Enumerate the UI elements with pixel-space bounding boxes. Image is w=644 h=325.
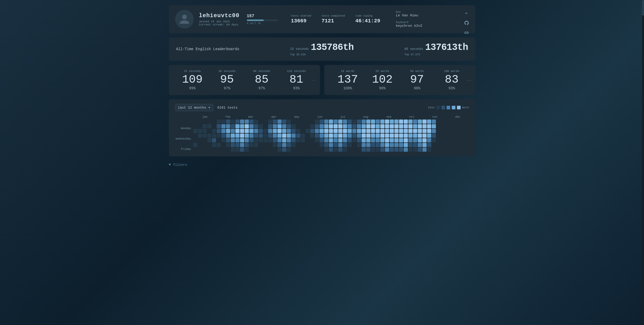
- heatmap-cell: [235, 148, 240, 152]
- lb-15s-rank: 135786th: [311, 42, 354, 53]
- heatmap-cell: [240, 134, 244, 138]
- heatmap-cell: [221, 129, 225, 133]
- heatmap-cell: [320, 143, 324, 147]
- stat-120s-wpm: 81: [289, 74, 303, 85]
- stat-100w: 100 words 83 93%: [434, 70, 469, 90]
- heatmap-cell: [217, 124, 221, 128]
- heatmap-cell: [193, 143, 197, 147]
- heatmap-cell: [245, 138, 249, 142]
- heatmap-cell: [362, 120, 366, 124]
- heatmap-cell: [268, 134, 272, 138]
- stat-50w-wpm: 97: [410, 74, 424, 85]
- heatmap-cell: [390, 129, 394, 133]
- heatmap-cell: [203, 148, 207, 152]
- time-stats-menu[interactable]: ⋮: [311, 78, 316, 82]
- heatmap-cell: [301, 143, 305, 147]
- chevron-down-icon: ▾: [208, 105, 210, 110]
- heatmap-cell: [296, 134, 300, 138]
- heatmap-cell: [231, 134, 235, 138]
- stat-10w-acc: 100%: [343, 86, 352, 90]
- heatmap-cell: [343, 148, 347, 152]
- heatmap-cell: [291, 124, 296, 128]
- heatmap-cell: [413, 134, 417, 138]
- heatmap-cell: [235, 129, 240, 133]
- tests-count: 6161 tests: [217, 106, 238, 110]
- heatmap-cell: [203, 120, 207, 124]
- word-stats-menu[interactable]: ⋮: [466, 78, 472, 82]
- stat-15s-label: 15 seconds: [184, 70, 201, 73]
- heatmap-cell: [338, 120, 342, 124]
- heatmap-cell: [315, 134, 319, 138]
- heatmap-cell: [366, 148, 370, 152]
- heatmap-cell: [348, 138, 352, 142]
- heatmap-cell: [277, 120, 282, 124]
- legend-more-label: more: [462, 106, 469, 109]
- heatmap-cell: [207, 124, 211, 128]
- time-stats-card: 15 seconds 109 99% 30 seconds 95 97% 60 …: [169, 65, 320, 95]
- heatmap-cell: [413, 124, 417, 128]
- heatmap-cell: [338, 129, 342, 133]
- stat-50w: 50 words 97 98%: [400, 70, 435, 90]
- heatmap-cell: [366, 129, 370, 133]
- heatmap-cell: [399, 143, 403, 147]
- heatmap-cell: [226, 124, 230, 128]
- edit-button[interactable]: ✏: [465, 10, 468, 16]
- heatmap-cell: [343, 129, 347, 133]
- heatmap-cell: [193, 138, 197, 142]
- heatmap-cell: [306, 129, 310, 133]
- month-label-apr: apr: [263, 115, 285, 118]
- heatmap-cell: [287, 124, 291, 128]
- heatmap-cell: [212, 120, 216, 124]
- stat-120s-acc: 93%: [293, 86, 300, 90]
- stat-100w-label: 100 words: [444, 70, 459, 73]
- legend-box-3: [447, 106, 450, 109]
- tests-started-value: 13669: [291, 18, 311, 24]
- legend-less-label: less: [428, 106, 435, 109]
- stats-row: 15 seconds 109 99% 30 seconds 95 97% 60 …: [169, 65, 475, 95]
- heatmap-cell: [301, 129, 305, 133]
- scrollbar-thumb[interactable]: [642, 0, 644, 16]
- tests-completed-block: tests completed 7121: [322, 15, 345, 24]
- heatmap-cell: [249, 134, 254, 138]
- heatmap-cell: [334, 138, 338, 142]
- period-dropdown[interactable]: last 12 months ▾: [175, 104, 213, 111]
- heatmap-cell: [320, 138, 324, 142]
- heatmap-cell: [193, 148, 197, 152]
- avatar: [175, 10, 194, 29]
- heatmap-cell: [324, 129, 328, 133]
- heatmap-cell: [366, 138, 370, 142]
- github-button[interactable]: [464, 20, 469, 25]
- heatmap-cell: [366, 124, 370, 128]
- heatmap-cell: [334, 129, 338, 133]
- heatmap-cell: [338, 124, 342, 128]
- link-button[interactable]: [464, 30, 469, 35]
- filters-bar: ▼ filters: [169, 161, 475, 169]
- heatmap-cell: [413, 120, 417, 124]
- heatmap-cell: [334, 120, 338, 124]
- heatmap-cell: [277, 143, 282, 147]
- heatmap-cell: [404, 134, 408, 138]
- heatmap-cell: [287, 120, 291, 124]
- filters-label[interactable]: filters: [173, 163, 187, 167]
- heatmap-cell: [380, 124, 384, 128]
- heatmap-cell: [362, 124, 366, 128]
- heatmap-cell: [348, 129, 352, 133]
- heatmap-cell: [362, 148, 366, 152]
- heatmap-cell: [212, 134, 216, 138]
- heatmap-cell: [357, 124, 361, 128]
- lb-60s-top: Top 37.57%: [404, 53, 420, 56]
- heatmap-cell: [408, 148, 413, 152]
- heatmap-cell: [198, 120, 202, 124]
- month-label-mar: mar: [240, 115, 262, 118]
- heatmap-cell: [310, 124, 314, 128]
- heatmap-cell: [380, 143, 384, 147]
- heatmap-cell: [221, 138, 225, 142]
- heatmap-cell: [348, 148, 352, 152]
- heatmap-cell: [320, 120, 324, 124]
- heatmap-cell: [217, 134, 221, 138]
- heatmap-cell: [273, 129, 277, 133]
- keyboard-value: keychron k2v2: [396, 24, 422, 28]
- heatmap-cell: [432, 134, 436, 138]
- heatmap-cell: [418, 143, 422, 147]
- scrollbar-track: [642, 0, 644, 325]
